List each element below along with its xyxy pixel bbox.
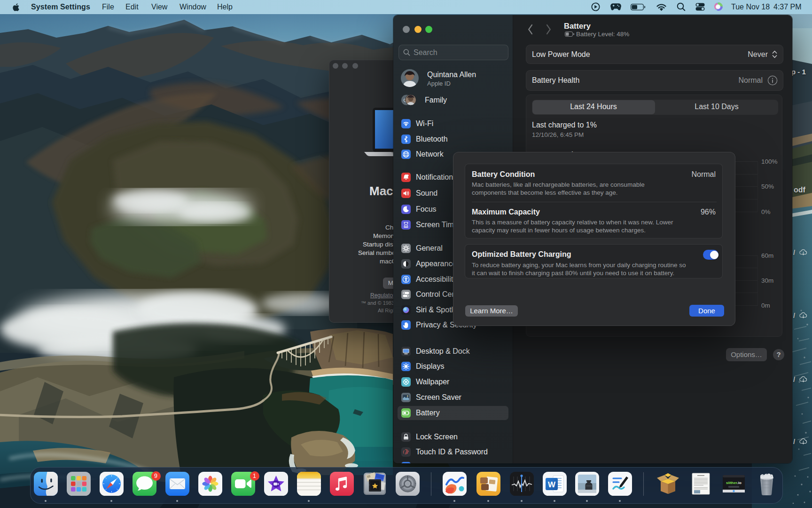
svg-text:0%: 0% xyxy=(761,208,771,215)
svg-text:50%: 50% xyxy=(761,183,774,190)
svg-text:30m: 30m xyxy=(761,277,773,284)
svg-text:W: W xyxy=(547,480,555,489)
svg-text:60m: 60m xyxy=(761,252,773,259)
svg-text:slither.io: slither.io xyxy=(726,481,742,485)
svg-text:0m: 0m xyxy=(761,302,770,309)
svg-text:100%: 100% xyxy=(761,158,778,165)
